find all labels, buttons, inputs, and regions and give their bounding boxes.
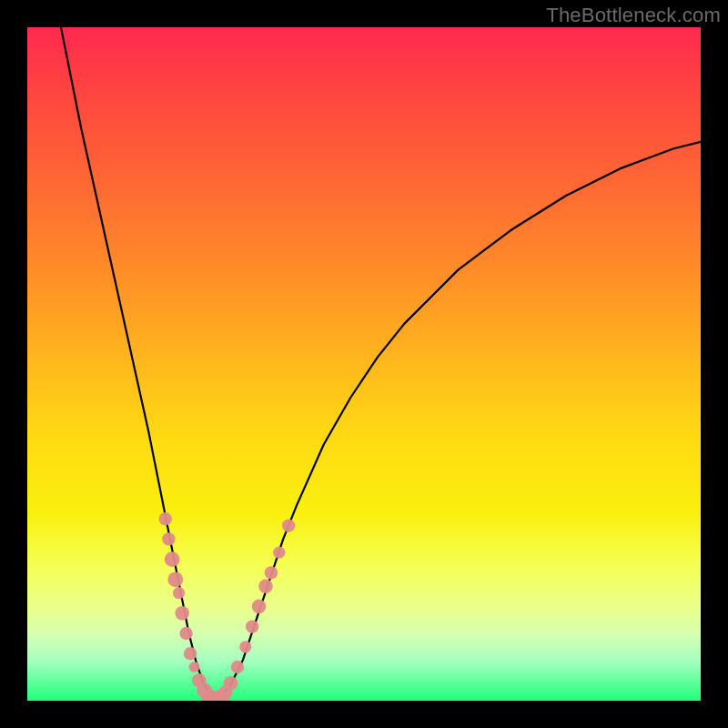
data-point (218, 685, 233, 700)
data-point (273, 547, 285, 559)
chart-plot-area (27, 27, 701, 701)
data-point (231, 661, 244, 673)
data-point (184, 647, 197, 660)
data-point (189, 662, 200, 672)
data-point (246, 620, 258, 632)
data-point (212, 690, 228, 701)
data-point (165, 551, 180, 567)
data-point (258, 579, 273, 593)
data-point (167, 571, 183, 587)
data-point (282, 519, 295, 531)
data-point (201, 689, 217, 701)
sample-dots (27, 27, 701, 701)
data-point (162, 532, 175, 545)
data-point (197, 683, 212, 699)
data-point (175, 606, 189, 621)
data-point (173, 587, 185, 599)
data-point (252, 600, 267, 614)
data-point (179, 627, 192, 640)
data-point (159, 512, 172, 525)
data-point (265, 566, 278, 579)
data-point (239, 641, 251, 652)
data-point (224, 676, 238, 691)
watermark-text: TheBottleneck.com (546, 4, 721, 27)
chart-stage: TheBottleneck.com (0, 0, 728, 728)
data-point (207, 692, 223, 701)
data-point (192, 673, 207, 688)
bottleneck-curve (27, 27, 701, 701)
